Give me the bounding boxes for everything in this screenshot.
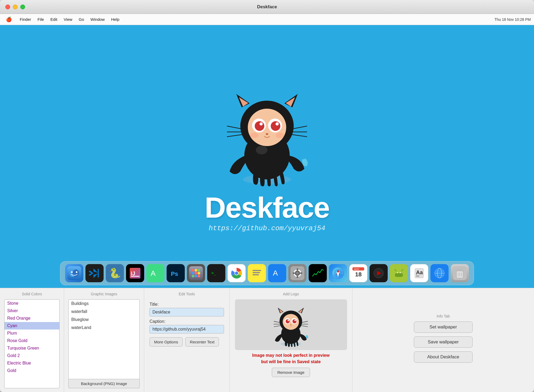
color-gold-2[interactable]: Gold 2 — [5, 352, 59, 359]
help-menu[interactable]: Help — [108, 16, 122, 23]
close-button[interactable] — [5, 5, 10, 9]
color-cyan[interactable]: Cyan — [5, 322, 59, 330]
svg-rect-84 — [395, 273, 403, 277]
dock-quicktime[interactable] — [370, 264, 388, 282]
svg-text:18: 18 — [355, 271, 362, 278]
color-list[interactable]: Stone Silver Red Orange Cyan Plum Rose G… — [4, 299, 60, 388]
svg-point-43 — [192, 272, 194, 275]
image-waterland[interactable]: waterLand — [69, 324, 139, 332]
finder-menu[interactable]: Finder — [17, 16, 34, 23]
title-input[interactable] — [150, 308, 224, 316]
main-window: Deskface 🍎 Finder File Edit View Go Wind… — [0, 0, 534, 392]
color-plum[interactable]: Plum — [5, 330, 59, 337]
image-list[interactable]: Buildings waterfall Blueglow waterLand — [68, 299, 140, 379]
color-gold[interactable]: Gold — [5, 367, 59, 374]
background-image-button[interactable]: Background (PNG) Image — [68, 379, 140, 388]
dock-vscode[interactable] — [85, 264, 104, 282]
dock-trash[interactable] — [451, 264, 469, 282]
save-wallpaper-button[interactable]: Save wallpaper — [414, 336, 473, 348]
solid-colors-section: Solid Colors Stone Silver Red Orange Cya… — [0, 288, 64, 392]
color-turquoise-green[interactable]: Turquoise Green — [5, 344, 59, 352]
svg-text:IJ: IJ — [131, 271, 135, 276]
app-title: Deskface — [205, 193, 329, 222]
image-waterfall[interactable]: waterfall — [69, 308, 139, 316]
image-blueglow[interactable]: Blueglow — [69, 316, 139, 324]
dock-safari[interactable] — [329, 264, 347, 282]
app-url: https://github.com/yyuvraj54 — [209, 224, 325, 232]
logo-preview-inner — [235, 299, 347, 350]
bottom-panel: Solid Colors Stone Silver Red Orange Cya… — [0, 288, 534, 392]
svg-point-47 — [195, 275, 197, 277]
dock-notes[interactable] — [248, 264, 266, 282]
dock-python[interactable]: 🐍 — [106, 264, 124, 282]
dock-photoshop[interactable]: Ps — [167, 264, 185, 282]
titlebar: Deskface — [0, 0, 534, 14]
logo-mascot-svg — [272, 302, 310, 347]
view-menu[interactable]: View — [61, 16, 75, 23]
preview-area: Deskface https://github.com/yyuvraj54 — [0, 25, 534, 288]
svg-point-125 — [295, 320, 296, 321]
caption-label: Caption: — [150, 319, 224, 324]
dock-stocks[interactable] — [309, 264, 327, 282]
dock-calendar[interactable]: NOV 18 — [349, 264, 367, 282]
dock-intellij[interactable]: IJ — [126, 264, 144, 282]
svg-point-42 — [198, 269, 200, 272]
color-stone[interactable]: Stone — [5, 300, 59, 307]
set-wallpaper-button[interactable]: Set wallpaper — [414, 322, 473, 333]
svg-point-29 — [76, 271, 77, 273]
svg-point-124 — [288, 320, 289, 321]
svg-point-85 — [397, 272, 398, 273]
svg-point-126 — [290, 324, 291, 325]
svg-text:Aα: Aα — [416, 275, 419, 277]
minimize-button[interactable] — [13, 5, 18, 9]
about-button[interactable]: About Deskface — [414, 351, 473, 363]
dock-chrome[interactable] — [227, 264, 246, 282]
dock-android-studio[interactable]: A — [146, 264, 164, 282]
svg-rect-56 — [253, 270, 261, 271]
recenter-text-button[interactable]: Recenter Text — [185, 337, 219, 347]
svg-text:A: A — [273, 269, 278, 277]
svg-point-48 — [198, 275, 200, 277]
file-menu[interactable]: File — [35, 16, 47, 23]
dock-font-book[interactable]: Aa Aα — [410, 264, 428, 282]
dock-system-prefs[interactable] — [288, 264, 307, 282]
color-silver[interactable]: Silver — [5, 307, 59, 315]
svg-point-18 — [271, 121, 280, 131]
menubar-right: Thu 18 Nov 10:28 PM — [494, 17, 531, 22]
svg-point-27 — [73, 269, 79, 277]
remove-image-button[interactable]: Remove Image — [272, 368, 310, 377]
dock-appstore[interactable]: A — [268, 264, 286, 282]
menubar-time: Thu 18 Nov 10:28 PM — [494, 17, 531, 22]
mascot-svg — [222, 81, 312, 187]
apple-menu[interactable]: 🍎 — [3, 15, 14, 23]
svg-text:NOV: NOV — [354, 268, 359, 271]
svg-rect-30 — [88, 266, 101, 280]
svg-point-45 — [198, 272, 200, 275]
edit-menu[interactable]: Edit — [48, 16, 60, 23]
logo-preview — [235, 299, 347, 350]
dock-finder[interactable] — [65, 264, 83, 282]
color-red-orange[interactable]: Red Orange — [5, 315, 59, 322]
svg-point-17 — [255, 121, 264, 131]
svg-text:Ps: Ps — [171, 271, 178, 277]
dock-launchpad[interactable] — [187, 264, 205, 282]
svg-point-28 — [71, 271, 73, 273]
window-menu[interactable]: Window — [88, 16, 107, 23]
color-electric-blue[interactable]: Electric Blue — [5, 359, 59, 367]
caption-input[interactable] — [150, 325, 224, 334]
svg-point-46 — [192, 275, 194, 277]
svg-point-54 — [235, 272, 238, 275]
svg-text:>_: >_ — [211, 271, 216, 275]
edit-tools-title: Edit Tools — [150, 292, 224, 296]
maximize-button[interactable] — [20, 5, 25, 9]
edit-buttons: More Options Recenter Text — [150, 337, 224, 347]
go-menu[interactable]: Go — [76, 16, 87, 23]
graphic-images-title: Graphic Images — [68, 292, 140, 296]
dock-globe[interactable] — [430, 264, 449, 282]
color-rose-gold[interactable]: Rose Gold — [5, 337, 59, 344]
dock-android[interactable] — [390, 264, 408, 282]
dock-terminal[interactable]: >_ — [207, 264, 225, 282]
image-buildings[interactable]: Buildings — [69, 300, 139, 308]
menubar: 🍎 Finder File Edit View Go Window Help T… — [0, 14, 534, 25]
more-options-button[interactable]: More Options — [150, 337, 183, 347]
